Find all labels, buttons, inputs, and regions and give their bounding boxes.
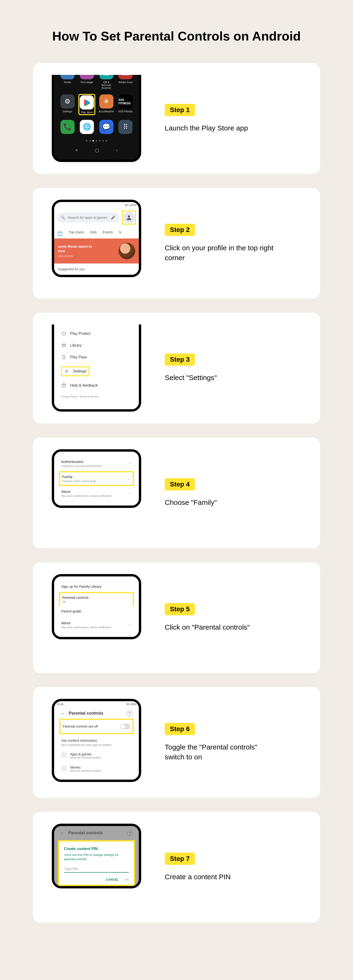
app-phone: 📞 [60,120,75,135]
page-indicator [57,138,135,145]
dialog-body: You'll use this PIN to change settings f… [64,853,129,861]
step-badge-5: Step 5 [165,603,195,615]
app-drawer: ⠿ [118,120,133,135]
search-icon: 🔍 [61,215,65,220]
menu-help: Help & feedback [59,380,134,391]
menu-settings-highlighted: Settings [59,363,134,380]
step-text-2: Click on your profile in the top right c… [165,243,278,263]
profile-avatar [123,212,135,223]
svg-point-0 [128,215,130,217]
menu-payments: Payments & subscriptions [59,325,134,328]
suggested-heading: Suggested for you [54,264,139,275]
play-tabs: you Top charts Kids Events N [54,228,139,239]
phone-mock-1: 📖Kindle ✿PicCollage ▦QR & Barcode Scanne… [47,75,146,162]
step-text-1: Launch the Play Store app [165,123,248,133]
svg-rect-5 [63,355,65,359]
gear-icon [64,369,69,374]
step-card-6: 10:405G 96% ← Parental controls ? Parent… [33,687,320,798]
step-text-3: Select "Settings" [165,373,217,383]
phone-mock-4: Authentication Fingerprint, purchase aut… [47,449,146,536]
search-input: 🔍Search for apps & games🎤 [57,213,119,223]
status-right: 5G 100% [125,204,137,207]
chevron-down-icon: ⌄ [129,490,131,494]
android-navbar: ≡◯‹ [57,145,135,156]
footer-links: Privacy Policy • Terms of Service [59,391,134,405]
app-adobescan: 🅰Adobe Scan [118,75,133,89]
step-text-5: Click on "Parental controls" [165,622,250,632]
settings-parentalcontrols-highlighted: Parental controls Off [59,592,134,606]
step-card-5: Sign up for Family Library Parental cont… [33,562,320,673]
page-title: How To Set Parental Controls on Android [33,28,320,44]
dialog-title: Create content PIN [64,847,129,851]
section-title: Set content restrictions [59,734,134,743]
phone-mock-5: Sign up for Family Library Parental cont… [47,574,146,661]
settings-family-highlighted: Family Parental control, parent guide ⌄ [59,471,134,486]
account-menu: Payments & subscriptions Play Protect Li… [59,325,134,391]
help-icon: ? [127,711,132,716]
step-text-7: Create a content PIN [165,872,231,882]
step-card-4: Authentication Fingerprint, purchase aut… [33,438,320,548]
phone-mock-3: Payments & subscriptions Play Protect Li… [47,325,146,412]
step-badge-7: Step 7 [165,853,195,865]
step-card-3: Payments & subscriptions Play Protect Li… [33,313,320,423]
feature-banner: uerto Rican talent in mes raly's journey [54,239,139,264]
status-time: 10:40 [56,703,64,706]
profile-highlight [122,210,136,224]
pin-input: Type PIN [64,865,129,873]
step-text-6: Toggle the "Parental controls" switch to… [165,742,278,762]
pc-toggle-highlighted: Parental controls are off [59,719,134,734]
menu-playpass: Play Pass [59,351,134,363]
svg-point-6 [66,371,67,372]
content-movies: MoviesAllow all, including unrated [59,762,134,775]
app-playstore-highlighted: Play Store [79,94,95,115]
back-icon: ← [61,711,65,716]
toggle-switch [120,724,130,729]
phone-mock-6: 10:405G 96% ← Parental controls ? Parent… [47,699,146,786]
step-badge-4: Step 4 [165,478,195,490]
chevron-down-icon: ⌄ [129,461,131,465]
settings-about: About Play store, build version, device … [59,486,134,501]
app-eosfitness: EōS FITNESSEōS Fitness [118,94,133,115]
menu-library: Library [59,340,134,351]
step-card-2: 5G 100% 🔍Search for apps & games🎤 you To… [33,188,320,299]
step-text-4: Choose "Family" [165,498,217,508]
content-apps: Apps & gamesAllow all, including unrated [59,749,134,762]
step-card-7: ← Parental controls ? Parental controls … [33,812,320,923]
phone-mock-2: 5G 100% 🔍Search for apps & games🎤 you To… [47,200,146,287]
chevron-down-icon: ⌄ [127,477,130,481]
pc-header: ← Parental controls ? [59,709,134,719]
settings-authentication: Authentication Fingerprint, purchase aut… [59,456,134,471]
section-subtitle: Set a restriction for each type of conte… [59,743,134,749]
settings-about: About Play store, build version, device … [59,617,134,633]
mic-icon: 🎤 [111,215,115,220]
cancel-button: CANCEL [106,878,119,881]
ok-button: OK [124,878,129,881]
step-badge-3: Step 3 [165,353,195,366]
step-card-1: 📖Kindle ✿PicCollage ▦QR & Barcode Scanne… [33,63,320,174]
svg-rect-3 [62,344,65,347]
banner-portrait [119,243,135,259]
app-accuweather: ☀AccuWeather [99,94,114,115]
chevron-down-icon: ⌄ [129,622,131,626]
app-settings: ⚙Settings [60,94,75,115]
menu-playprotect: Play Protect [59,328,134,340]
app-piccollage: ✿PicCollage [79,75,95,89]
app-messages: 💬 [99,120,114,135]
settings-familylibrary: Sign up for Family Library [59,581,134,592]
app-qrscanner: ▦QR & Barcode Scanner [99,75,114,89]
app-kindle: 📖Kindle [60,75,75,89]
app-chrome: 🌐 [79,120,95,135]
phone-mock-7: ← Parental controls ? Parental controls … [47,824,146,911]
settings-parentguide: Parent guide [59,605,134,617]
step-badge-6: Step 6 [165,723,195,735]
step-badge-1: Step 1 [165,104,195,116]
step-badge-2: Step 2 [165,224,195,236]
create-pin-dialog: Create content PIN You'll use this PIN t… [58,840,135,886]
status-right: 5G 96% [126,703,137,706]
